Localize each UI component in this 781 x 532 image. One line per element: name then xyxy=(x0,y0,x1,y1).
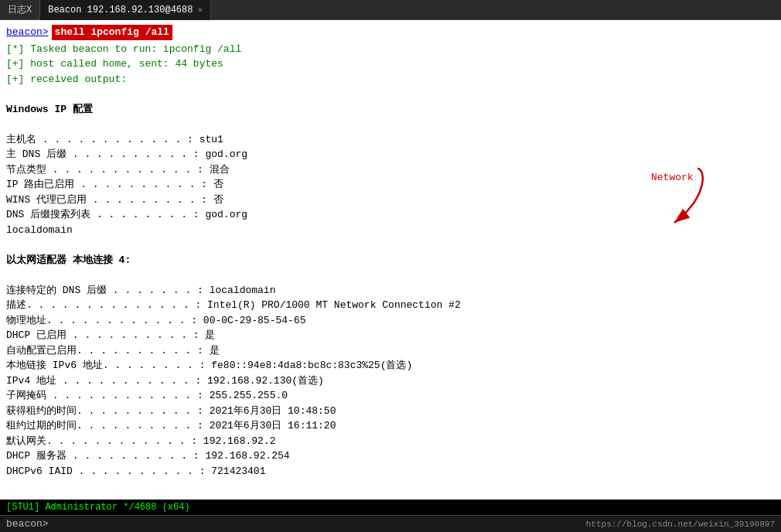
line-dhcpv6-iaid: DHCPv6 IAID . . . . . . . . . . : 721423… xyxy=(6,464,775,479)
line-conn-dns: 连接特定的 DNS 后缀 . . . . . . . : localdomain xyxy=(6,283,775,298)
line-hostname: 主机名 . . . . . . . . . . . . : stu1 xyxy=(6,132,775,148)
line-mac: 物理地址. . . . . . . . . . . . : 00-0C-29-8… xyxy=(6,313,775,329)
line-lease-obtained: 获得租约的时间. . . . . . . . . . : 2021年6月30日 … xyxy=(6,404,775,419)
line-windows-ip: Windows IP 配置 xyxy=(6,102,775,118)
tab-beacon-label: Beacon 192.168.92.130@4688 xyxy=(48,5,193,15)
command-text: shell ipconfig /all xyxy=(52,25,172,40)
annotation-arrow: Network xyxy=(605,165,713,234)
line-tasked: [*] Tasked beacon to run: ipconfig /all xyxy=(6,42,775,57)
line-host: [+] host called home, sent: 44 bytes xyxy=(6,56,775,72)
watermark: https://blog.csdn.net/weixin_39190897 xyxy=(586,520,775,529)
line-gateway: 默认网关. . . . . . . . . . . . : 192.168.92… xyxy=(6,434,775,449)
output-lines: [*] Tasked beacon to run: ipconfig /all … xyxy=(6,42,775,479)
dns-search-container: DNS 后缀搜索列表 . . . . . . . . : god.org loc… xyxy=(6,207,775,237)
tab-beacon[interactable]: Beacon 192.168.92.130@4688 ✕ xyxy=(40,0,211,20)
line-received: [+] received output: xyxy=(6,72,775,87)
tab-log[interactable]: 日志X xyxy=(0,0,40,20)
status-text: [STU1] Administrator */4688 (x64) xyxy=(6,502,190,513)
blank-1 xyxy=(6,87,775,102)
line-adapter-header: 以太网适配器 本地连接 4: xyxy=(6,253,775,268)
command-line: beacon> shell ipconfig /all xyxy=(6,25,775,40)
status-bar: [STU1] Administrator */4688 (x64) xyxy=(0,500,781,515)
tab-beacon-close[interactable]: ✕ xyxy=(197,5,203,15)
line-autoconf: 自动配置已启用. . . . . . . . . . : 是 xyxy=(6,343,775,359)
line-lease-expires: 租约过期的时间. . . . . . . . . . : 2021年6月30日 … xyxy=(6,418,775,434)
line-subnet: 子网掩码 . . . . . . . . . . . . : 255.255.2… xyxy=(6,388,775,404)
bottom-prompt: beacon> xyxy=(6,518,49,530)
prompt-label: beacon> xyxy=(6,25,49,40)
tab-log-label: 日志X xyxy=(8,3,32,16)
terminal-output: beacon> shell ipconfig /all [*] Tasked b… xyxy=(0,20,781,500)
line-dns-suffix: 主 DNS 后缀 . . . . . . . . . . : god.org xyxy=(6,147,775,162)
line-dhcp-enabled: DHCP 已启用 . . . . . . . . . . : 是 xyxy=(6,328,775,343)
line-description: 描述. . . . . . . . . . . . . . : Intel(R)… xyxy=(6,298,775,313)
blank-2 xyxy=(6,117,775,132)
tab-bar: 日志X Beacon 192.168.92.130@4688 ✕ xyxy=(0,0,781,20)
line-ipv6: 本地链接 IPv6 地址. . . . . . . . : fe80::94e8… xyxy=(6,358,775,373)
blank-3 xyxy=(6,237,775,253)
svg-text:Network: Network xyxy=(651,172,694,183)
line-dhcp-server: DHCP 服务器 . . . . . . . . . . : 192.168.9… xyxy=(6,448,775,464)
bottom-bar[interactable]: beacon> https://blog.csdn.net/weixin_391… xyxy=(0,515,781,532)
blank-4 xyxy=(6,268,775,283)
line-ipv4: IPv4 地址 . . . . . . . . . . . : 192.168.… xyxy=(6,373,775,389)
